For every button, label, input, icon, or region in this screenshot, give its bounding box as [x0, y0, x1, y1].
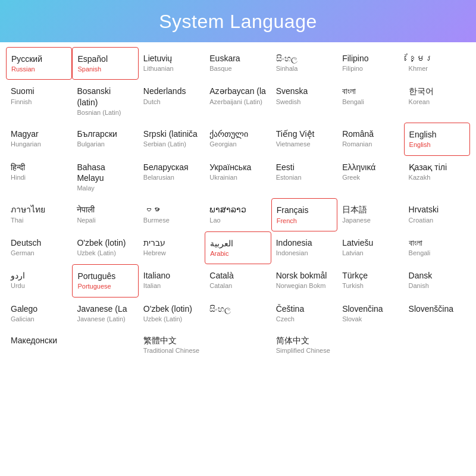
lang-cell-10[interactable]: Azərbaycan (laAzerbaijani (Latin): [205, 80, 271, 123]
lang-cell-25[interactable]: EestiEstonian: [271, 156, 337, 199]
lang-native-10: Azərbaycan (la: [209, 86, 266, 96]
lang-cell-61[interactable]: [337, 329, 403, 361]
lang-native-60: 简体中文: [276, 335, 333, 346]
lang-cell-4[interactable]: සිංහලSinhala: [271, 47, 337, 80]
lang-cell-54[interactable]: SlovenčinaSlovak: [337, 298, 403, 329]
lang-native-44: Italiano: [143, 270, 200, 281]
lang-english-49: Galician: [11, 315, 67, 323]
lang-cell-19[interactable]: RomânăRomanian: [337, 123, 403, 155]
lang-cell-29[interactable]: नेपालीNepali: [72, 198, 138, 231]
lang-native-32: Français: [277, 205, 332, 215]
lang-english-43: Portuguese: [77, 282, 133, 290]
lang-cell-28[interactable]: ภาษาไทยThai: [6, 198, 72, 231]
lang-cell-32[interactable]: FrançaisFrench: [271, 198, 337, 231]
lang-cell-41[interactable]: বাংলাBengali: [404, 231, 470, 264]
lang-native-37: עברית: [143, 237, 200, 248]
lang-cell-9[interactable]: NederlandsDutch: [139, 80, 205, 123]
lang-native-25: Eesti: [276, 162, 333, 173]
language-grid: РусскийRussianEspañolSpanishLietuviųLith…: [0, 42, 476, 366]
lang-cell-27[interactable]: Қазақ тіліKazakh: [404, 156, 470, 199]
lang-cell-15[interactable]: БългарскиBulgarian: [72, 123, 138, 155]
lang-cell-8[interactable]: Bosanski (latin)Bosnian (Latin): [72, 80, 138, 123]
lang-cell-14[interactable]: MagyarHungarian: [6, 123, 72, 155]
lang-cell-0[interactable]: РусскийRussian: [6, 47, 72, 80]
lang-cell-3[interactable]: EuskaraBasque: [205, 47, 271, 80]
lang-english-36: Uzbek (Latin): [77, 249, 133, 257]
lang-cell-17[interactable]: ქართულიGeorgian: [205, 123, 271, 155]
lang-native-9: Nederlands: [143, 86, 200, 96]
lang-english-35: German: [11, 249, 67, 257]
lang-english-25: Estonian: [276, 173, 333, 181]
lang-english-41: Bengali: [409, 249, 465, 257]
lang-cell-45[interactable]: CatalàCatalan: [205, 264, 271, 297]
lang-cell-30[interactable]: ဗမာBurmese: [139, 198, 205, 231]
lang-cell-53[interactable]: ČeštinaCzech: [271, 298, 337, 329]
lang-cell-43[interactable]: PortuguêsPortuguese: [72, 264, 138, 297]
lang-english-23: Belarusian: [143, 173, 200, 181]
lang-cell-51[interactable]: O'zbek (lotin)Uzbek (Latin): [139, 298, 205, 329]
lang-cell-26[interactable]: ΕλληνικάGreek: [337, 156, 403, 199]
lang-cell-48[interactable]: DanskDanish: [404, 264, 470, 297]
lang-english-60: Simplified Chinese: [276, 346, 333, 355]
lang-cell-22[interactable]: Bahasa MelayuMalay: [72, 156, 138, 199]
lang-cell-58[interactable]: 繁體中文Traditional Chinese: [139, 329, 205, 361]
lang-cell-59[interactable]: [205, 329, 271, 361]
lang-english-31: Lao: [209, 216, 266, 224]
lang-cell-34[interactable]: HrvatskiCroatian: [404, 198, 470, 231]
lang-english-13: Korean: [409, 98, 465, 106]
lang-cell-5[interactable]: FilipinoFilipino: [337, 47, 403, 80]
lang-cell-55[interactable]: Slovenščina: [404, 298, 470, 329]
lang-cell-42[interactable]: اردوUrdu: [6, 264, 72, 297]
lang-cell-50[interactable]: Javanese (LaJavanese (Latin): [72, 298, 138, 329]
lang-cell-38[interactable]: العربيةArabic: [205, 231, 271, 264]
lang-cell-36[interactable]: O'zbek (lotin)Uzbek (Latin): [72, 231, 138, 264]
lang-native-51: O'zbek (lotin): [143, 303, 200, 314]
lang-cell-24[interactable]: УкраїнськаUkrainian: [205, 156, 271, 199]
lang-english-6: Khmer: [409, 64, 465, 73]
lang-english-54: Slovak: [342, 315, 399, 323]
lang-english-8: Bosnian (Latin): [77, 108, 133, 117]
lang-cell-16[interactable]: Srpski (latiničaSerbian (Latin): [139, 123, 205, 155]
lang-native-47: Türkçe: [342, 270, 399, 281]
lang-cell-12[interactable]: বাংলাBengali: [337, 80, 403, 123]
lang-english-21: Hindi: [11, 173, 67, 181]
lang-cell-21[interactable]: हिन्दीHindi: [6, 156, 72, 199]
lang-cell-1[interactable]: EspañolSpanish: [72, 47, 138, 80]
lang-native-45: Català: [209, 270, 266, 281]
lang-cell-31[interactable]: ພາສາລາວLao: [205, 198, 271, 231]
lang-cell-62[interactable]: [404, 329, 470, 361]
lang-cell-49[interactable]: GalegoGalician: [6, 298, 72, 329]
lang-cell-7[interactable]: SuomiFinnish: [6, 80, 72, 123]
lang-cell-2[interactable]: LietuviųLithuanian: [139, 47, 205, 80]
lang-native-41: বাংলা: [409, 237, 465, 248]
lang-native-54: Slovenčina: [342, 303, 399, 314]
lang-native-0: Русский: [11, 54, 67, 64]
lang-english-58: Traditional Chinese: [143, 346, 200, 355]
lang-cell-18[interactable]: Tiếng ViệtVietnamese: [271, 123, 337, 155]
lang-cell-13[interactable]: 한국어Korean: [404, 80, 470, 123]
lang-native-23: Беларуская: [143, 162, 200, 173]
lang-cell-56[interactable]: Македонски: [6, 329, 72, 361]
lang-native-1: Español: [77, 54, 133, 64]
lang-english-15: Bulgarian: [77, 140, 133, 148]
lang-native-11: Svenska: [276, 86, 333, 96]
lang-cell-33[interactable]: 日本語Japanese: [337, 198, 403, 231]
lang-cell-52[interactable]: සිංහල: [205, 298, 271, 329]
lang-cell-60[interactable]: 简体中文Simplified Chinese: [271, 329, 337, 361]
lang-cell-46[interactable]: Norsk bokmålNorwegian Bokm: [271, 264, 337, 297]
lang-native-36: O'zbek (lotin): [77, 237, 133, 248]
lang-cell-37[interactable]: עבריתHebrew: [139, 231, 205, 264]
lang-native-17: ქართული: [209, 129, 266, 139]
lang-cell-39[interactable]: IndonesiaIndonesian: [271, 231, 337, 264]
lang-cell-35[interactable]: DeutschGerman: [6, 231, 72, 264]
lang-cell-47[interactable]: TürkçeTurkish: [337, 264, 403, 297]
lang-english-45: Catalan: [209, 281, 266, 290]
lang-cell-40[interactable]: LatviešuLatvian: [337, 231, 403, 264]
lang-cell-6[interactable]: ខ្មែរKhmer: [404, 47, 470, 80]
lang-native-33: 日本語: [342, 204, 399, 215]
lang-cell-57[interactable]: [72, 329, 138, 361]
lang-cell-44[interactable]: ItalianoItalian: [139, 264, 205, 297]
lang-cell-23[interactable]: БеларускаяBelarusian: [139, 156, 205, 199]
lang-cell-20[interactable]: EnglishEnglish: [404, 123, 470, 155]
lang-cell-11[interactable]: SvenskaSwedish: [271, 80, 337, 123]
